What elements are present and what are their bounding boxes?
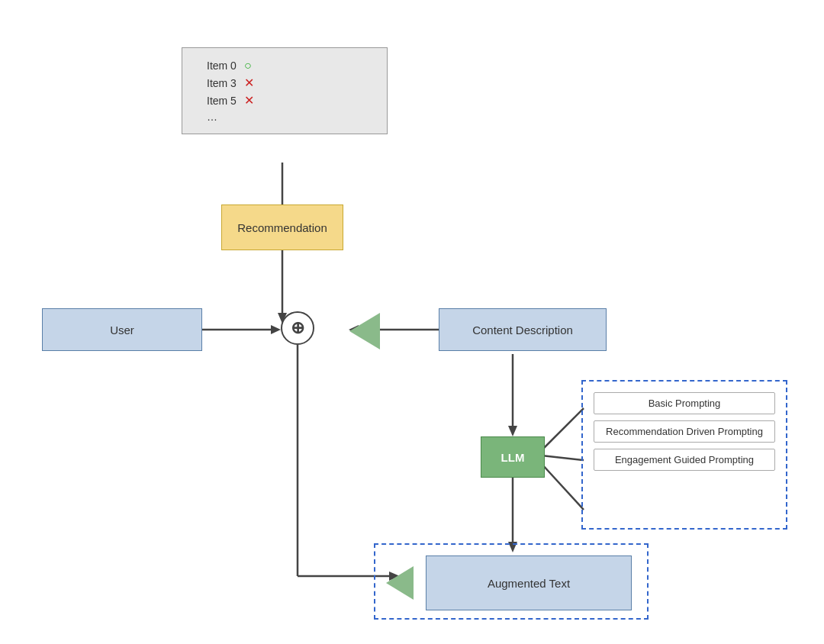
svg-line-18 [542,464,584,510]
user-label: User [110,324,134,336]
item3-icon: ✕ [244,76,254,90]
recommendation-box: Recommendation [221,204,343,250]
basic-prompting-option: Basic Prompting [594,392,775,414]
llm-box: LLM [481,436,545,478]
recommendation-label: Recommendation [237,221,327,234]
engagement-guided-option: Engagement Guided Prompting [594,449,775,471]
funnel-icon [349,313,380,349]
circle-plus: ⊕ [281,311,314,345]
engagement-guided-label: Engagement Guided Prompting [615,454,754,465]
item0-label: Item 0 [207,60,237,72]
item0-icon: ○ [244,59,252,72]
svg-marker-1 [271,325,281,334]
augmented-funnel-icon [386,566,414,600]
recommendation-driven-option: Recommendation Driven Prompting [594,420,775,443]
recommendation-driven-label: Recommendation Driven Prompting [606,426,763,437]
diagram-container: Item 0 ○ Item 3 ✕ Item 5 ✕ … Recommendat… [0,0,824,644]
augmented-text-label: Augmented Text [488,577,570,590]
svg-line-16 [542,408,584,450]
prompting-options-box: Basic Prompting Recommendation Driven Pr… [581,380,787,530]
basic-prompting-label: Basic Prompting [649,398,721,409]
plus-symbol: ⊕ [291,318,304,338]
ellipsis-label: … [207,111,217,123]
item5-label: Item 5 [207,95,237,107]
item5-icon: ✕ [244,93,254,108]
item3-label: Item 3 [207,77,237,89]
augmented-text-box: Augmented Text [426,555,632,610]
content-description-box: Content Description [439,308,607,351]
item-list-box: Item 0 ○ Item 3 ✕ Item 5 ✕ … [182,47,388,134]
svg-marker-9 [508,426,517,436]
augmented-text-container: Augmented Text [374,543,649,620]
content-description-label: Content Description [472,324,573,336]
user-box: User [42,308,202,351]
svg-line-17 [542,456,584,460]
llm-label: LLM [501,451,525,464]
